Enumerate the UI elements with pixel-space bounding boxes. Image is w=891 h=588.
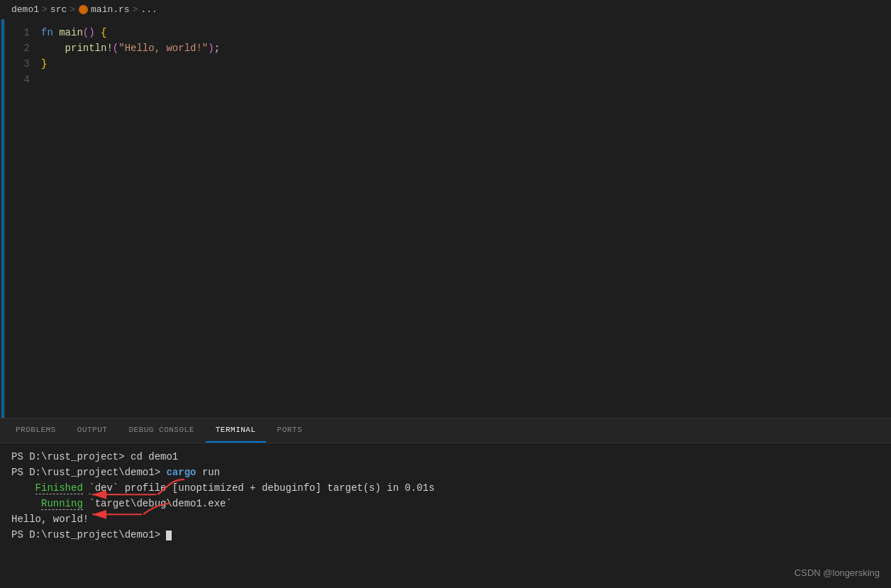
watermark: CSDN @longersking (795, 567, 880, 578)
editor-area: 1 2 3 4 fn main() { println!("Hello, wor… (0, 19, 891, 418)
breadcrumb-sep-2: > (70, 4, 75, 15)
tab-debug-console[interactable]: DEBUG CONSOLE (118, 418, 204, 443)
breadcrumb-item-mainrs[interactable]: main.rs (91, 4, 130, 15)
breadcrumb-sep-1: > (42, 4, 48, 15)
breadcrumb-sep-3: > (133, 4, 138, 15)
terminal-line-2: PS D:\rust_project\demo1> cargo run (11, 465, 880, 480)
code-content[interactable]: fn main() { println!("Hello, world!"); } (41, 19, 891, 418)
terminal-line-finished: Finished `dev` profile [unoptimized + de… (11, 480, 880, 496)
tab-terminal[interactable]: TERMINAL (206, 418, 266, 443)
breadcrumb: demo1 > src > main.rs > ... (0, 0, 891, 19)
breadcrumb-item-ellipsis[interactable]: ... (140, 4, 157, 15)
bottom-panel: PROBLEMS OUTPUT DEBUG CONSOLE TERMINAL P… (0, 418, 891, 588)
breadcrumb-rust-icon (78, 5, 88, 15)
terminal-line-1: PS D:\rust_project> cd demo1 (11, 449, 880, 465)
code-line-1: fn main() { (41, 25, 891, 40)
tab-problems[interactable]: PROBLEMS (6, 418, 66, 443)
tab-ports[interactable]: PORTS (267, 418, 313, 443)
line-num-1: 1 (11, 25, 30, 40)
line-num-2: 2 (11, 40, 30, 56)
breadcrumb-item-demo1[interactable]: demo1 (11, 4, 39, 15)
breadcrumb-item-src[interactable]: src (50, 4, 67, 15)
terminal-wrapper: PS D:\rust_project> cd demo1 PS D:\rust_… (0, 443, 891, 588)
code-line-2: println!("Hello, world!"); (41, 40, 891, 56)
terminal-line-running: Running `target\debug\demo1.exe` (11, 496, 880, 511)
terminal-content[interactable]: PS D:\rust_project> cd demo1 PS D:\rust_… (0, 443, 891, 548)
code-line-3: } (41, 56, 891, 72)
indicator-bar (0, 19, 6, 418)
line-num-3: 3 (11, 56, 30, 72)
line-numbers: 1 2 3 4 (6, 19, 41, 418)
tab-output[interactable]: OUTPUT (67, 418, 118, 443)
terminal-line-prompt: PS D:\rust_project\demo1> (11, 527, 880, 543)
terminal-line-hello: Hello, world! (11, 511, 880, 527)
code-line-4 (41, 72, 891, 87)
line-num-4: 4 (11, 72, 30, 87)
panel-tabs: PROBLEMS OUTPUT DEBUG CONSOLE TERMINAL P… (0, 418, 891, 443)
